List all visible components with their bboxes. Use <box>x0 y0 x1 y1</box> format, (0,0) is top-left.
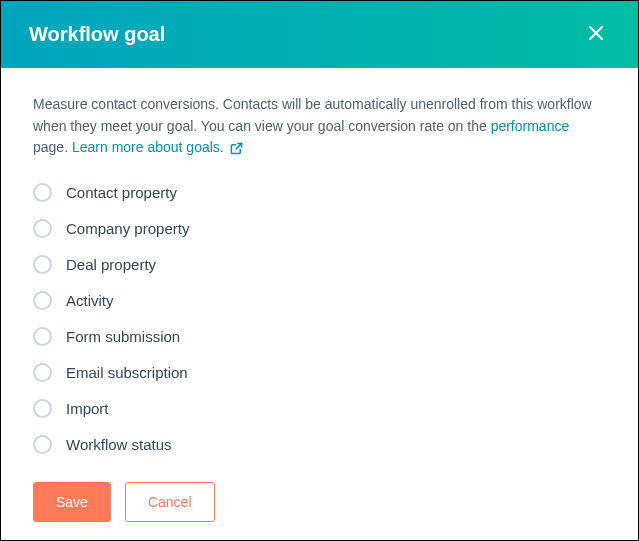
svg-line-2 <box>236 144 242 150</box>
radio-icon <box>33 183 52 202</box>
option-label: Deal property <box>66 256 156 273</box>
radio-icon <box>33 363 52 382</box>
close-button[interactable] <box>582 19 610 50</box>
option-workflow-status[interactable]: Workflow status <box>33 435 606 454</box>
options-list: Contact property Company property Deal p… <box>33 183 606 454</box>
option-label: Workflow status <box>66 436 172 453</box>
option-form-submission[interactable]: Form submission <box>33 327 606 346</box>
option-email-subscription[interactable]: Email subscription <box>33 363 606 382</box>
option-company-property[interactable]: Company property <box>33 219 606 238</box>
external-link-icon <box>230 142 243 155</box>
cancel-button[interactable]: Cancel <box>125 482 215 522</box>
modal-header: Workflow goal <box>1 1 638 68</box>
learn-more-link[interactable]: Learn more about goals. <box>72 139 224 155</box>
performance-link[interactable]: performance <box>491 118 570 134</box>
radio-icon <box>33 327 52 346</box>
radio-icon <box>33 399 52 418</box>
description-text: Measure contact conversions. Contacts wi… <box>33 94 606 159</box>
option-label: Company property <box>66 220 189 237</box>
modal-title: Workflow goal <box>29 23 165 46</box>
radio-icon <box>33 255 52 274</box>
option-label: Email subscription <box>66 364 188 381</box>
modal-footer: Save Cancel <box>33 482 606 522</box>
option-label: Contact property <box>66 184 177 201</box>
option-label: Form submission <box>66 328 180 345</box>
option-label: Activity <box>66 292 114 309</box>
radio-icon <box>33 435 52 454</box>
close-icon <box>586 23 606 46</box>
option-import[interactable]: Import <box>33 399 606 418</box>
option-contact-property[interactable]: Contact property <box>33 183 606 202</box>
option-label: Import <box>66 400 109 417</box>
option-deal-property[interactable]: Deal property <box>33 255 606 274</box>
option-activity[interactable]: Activity <box>33 291 606 310</box>
description-part2: page. <box>33 139 72 155</box>
save-button[interactable]: Save <box>33 482 111 522</box>
radio-icon <box>33 219 52 238</box>
radio-icon <box>33 291 52 310</box>
modal-body: Measure contact conversions. Contacts wi… <box>1 68 638 541</box>
